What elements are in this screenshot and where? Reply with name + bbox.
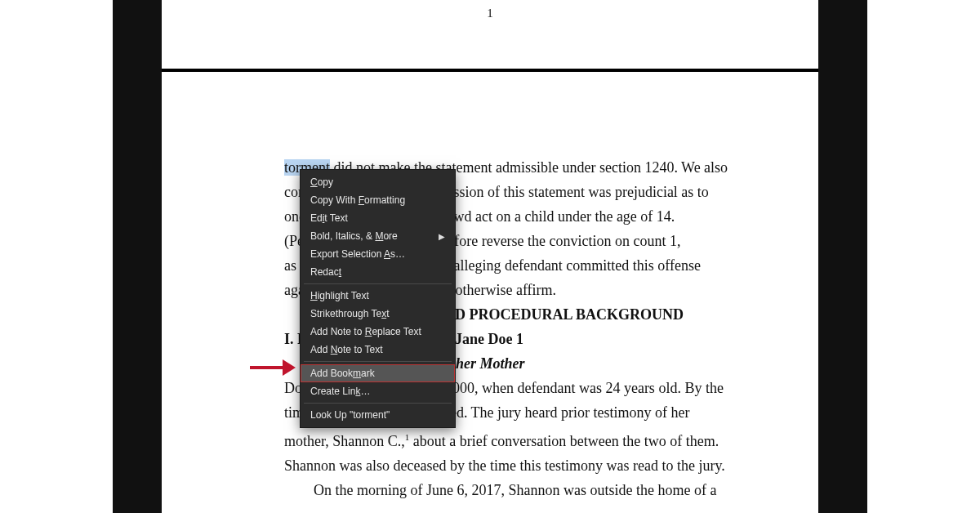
body-text: On the morning of June 6, 2017, Shannon … [284, 478, 761, 502]
menu-separator [304, 283, 452, 284]
menu-item[interactable]: Edit Text [301, 209, 455, 227]
menu-item[interactable]: Export Selection As… [301, 245, 455, 263]
dark-margin-left [113, 0, 162, 513]
menu-separator [304, 403, 452, 404]
dark-margin-right [818, 0, 867, 513]
menu-item-label: Add Note to Replace Text [310, 326, 421, 337]
menu-item-label: Redact [310, 266, 341, 278]
body-text: Shannon was also deceased by the time th… [284, 453, 761, 478]
menu-item-label: Strikethrough Text [310, 308, 390, 319]
document-page: 1 torment did not make the statement adm… [162, 0, 818, 513]
page-header-gap: 1 [162, 0, 818, 72]
menu-item[interactable]: Add Note to Replace Text [301, 323, 455, 341]
menu-item[interactable]: Create Link… [301, 382, 455, 400]
page-gap-divider [162, 69, 818, 72]
annotation-arrow [250, 359, 299, 376]
menu-item-label: Create Link… [310, 386, 370, 397]
menu-item-label: Add Bookmark [310, 368, 375, 379]
menu-item[interactable]: Add Bookmark [301, 364, 455, 382]
menu-item-label: Highlight Text [310, 290, 369, 301]
menu-item[interactable]: Bold, Italics, & More▶ [301, 227, 455, 245]
chevron-right-icon: ▶ [439, 232, 445, 241]
context-menu: CopyCopy With FormattingEdit TextBold, I… [300, 169, 456, 428]
menu-item-label: Look Up "torment" [310, 409, 390, 421]
menu-item[interactable]: Add Note to Text [301, 341, 455, 359]
menu-separator [304, 361, 452, 362]
menu-item-label: Edit Text [310, 212, 348, 224]
menu-item-label: Copy [310, 176, 333, 188]
page-number: 1 [487, 7, 493, 20]
menu-item-label: Copy With Formatting [310, 194, 405, 206]
menu-item[interactable]: Redact [301, 263, 455, 281]
menu-item[interactable]: Strikethrough Text [301, 305, 455, 323]
menu-item-label: Export Selection As… [310, 248, 405, 260]
menu-item[interactable]: Copy [301, 173, 455, 191]
body-text: mother, Shannon C.,1 about a brief conve… [284, 425, 761, 453]
menu-item[interactable]: Look Up "torment" [301, 406, 455, 424]
menu-item-label: Bold, Italics, & More [310, 230, 398, 242]
menu-item-label: Add Note to Text [310, 344, 383, 355]
menu-item[interactable]: Highlight Text [301, 287, 455, 305]
menu-item[interactable]: Copy With Formatting [301, 191, 455, 209]
